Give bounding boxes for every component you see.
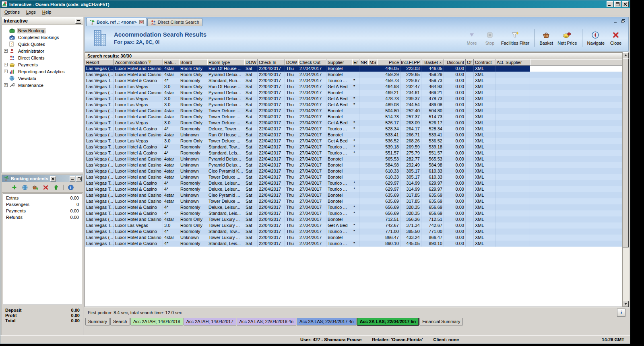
scroll-down-icon[interactable] [623,301,629,307]
booking-contents-row[interactable]: Passengers0 [3,201,82,208]
result-row[interactable]: Las Vegas T...Luxor Hotel & Casino4*Room… [85,241,628,247]
title-bar[interactable]: Interactive - Ocean-Florida (code: x5gCH… [0,0,630,8]
more-button[interactable]: More [463,30,480,46]
scroll-up-icon[interactable] [623,52,629,58]
expand-icon[interactable]: + [4,63,8,66]
tabgroup-restore-button[interactable] [620,19,626,24]
column-header-dow[interactable]: DOW [244,59,258,66]
result-row[interactable]: Las Vegas T...Luxor Hotel & Casino4*Room… [85,180,628,186]
result-row[interactable]: Las Vegas T...Luxor Las Vegas3.0Room Onl… [85,120,628,126]
column-header-incl-fl-pp[interactable]: Incl.Fl.PP [400,59,421,66]
result-row[interactable]: Las Vegas (...Luxor Hotel and Casino4sta… [85,192,628,198]
column-header-check-out[interactable]: Check Out [298,59,326,66]
close-button[interactable] [622,1,629,7]
maximize-button[interactable] [614,1,621,7]
column-header-price[interactable]: Price [377,59,400,66]
column-header-of[interactable]: Of [466,59,474,66]
column-header-room-type[interactable]: Room type [207,59,244,66]
column-header-supplier[interactable]: Supplier [326,59,352,66]
tabgroup-minimize-button[interactable] [613,19,619,24]
result-row[interactable]: Las Vegas (...Luxor Hotel and Casino4sta… [85,90,628,96]
tab-close-icon[interactable] [139,20,144,24]
result-row[interactable]: Las Vegas T...Luxor Las Vegas3.0Room Onl… [85,222,628,229]
result-row[interactable]: Las Vegas T...Luxor Las Vegas3.0Room Onl… [85,84,628,90]
column-header-ms[interactable]: MS [368,59,377,66]
column-header-basket[interactable]: Basket [421,59,444,66]
result-row[interactable]: Las Vegas T...Luxor Hotel & Casino4*Room… [85,210,628,216]
menu-help[interactable]: Help [39,8,55,16]
add-button[interactable] [11,184,18,191]
expand-icon[interactable]: + [4,70,8,73]
panel-close-button[interactable] [50,176,56,181]
sidebar-item-completed-bookings[interactable]: Completed Bookings [2,34,83,41]
result-row[interactable]: Las Vegas (...Luxor Hotel and Casino4sta… [85,174,628,180]
result-row[interactable]: Las Vegas T...Luxor Las Vegas3.0Room Onl… [85,96,628,102]
result-row[interactable]: Las Vegas T...Luxor Las Vegas3.0Room Onl… [85,102,628,108]
result-row[interactable]: Las Vegas T...Luxor Hotel & Casino4*Room… [85,229,628,235]
basket-remove-button[interactable] [32,184,39,191]
result-row[interactable]: Las Vegas (...Luxor Hotel and Casino4sta… [85,132,628,138]
bottom-tab-summary[interactable]: Summary [85,318,110,325]
panel-minimize-button[interactable] [70,176,75,181]
column-header-board[interactable]: Board [179,59,207,66]
column-header-dow[interactable]: DOW [285,59,298,66]
info-button[interactable]: i [617,309,625,317]
delete-button[interactable] [42,184,49,191]
result-row[interactable]: Las Vegas T...Luxor Hotel & Casino4*Room… [85,150,628,156]
basket-button[interactable]: Basket [538,30,555,46]
menu-options[interactable]: Options [1,8,23,16]
sidebar-item-payments[interactable]: +Payments [2,61,83,68]
info-button[interactable] [67,184,74,191]
bottom-tab-financial-summary[interactable]: Financial Summary [419,318,463,325]
result-row[interactable]: Las Vegas (...Luxor Hotel and Casino4sta… [85,108,628,114]
stop-button[interactable]: Stop [481,30,498,46]
bottom-tab-search[interactable]: Search [110,318,130,325]
minimize-button[interactable] [607,1,613,7]
sidebar-item-new-booking[interactable]: New Booking [2,27,83,34]
column-header-nr[interactable]: NR [359,59,368,66]
column-header-act-supplier[interactable]: Act. Supplier [495,59,530,66]
bottom-tab-acc-2a-las-22-04-2017-4n[interactable]: Acc 2A LAS; 22/04/2017 4n [297,318,357,325]
sidebar-item-viewdata[interactable]: Viewdata [2,75,83,82]
nett-price-button[interactable]: Nett Price [556,30,578,46]
result-row[interactable]: Las Vegas (...Luxor Hotel and Casino4sta… [85,156,628,162]
expand-icon[interactable]: + [4,83,8,87]
bottom-tab-acc-2a-las-22-04-2018-4n[interactable]: Acc 2A LAS; 22/04/2018 4n [237,318,297,325]
result-row[interactable]: Las Vegas (...Luxor Hotel and Casino4sta… [85,168,628,174]
sidebar-item-maintenance[interactable]: +Maintenance [2,82,83,89]
panel-collapse-button[interactable] [75,19,81,24]
expand-icon[interactable]: + [4,49,8,53]
sidebar-item-quick-quotes[interactable]: Quick Quotes [2,41,83,47]
vertical-scrollbar[interactable] [622,52,629,307]
result-row[interactable]: Las Vegas (...Luxor Hotel and Casino4sta… [85,114,628,120]
result-row[interactable]: Las Vegas (...Luxor Hotel and Casino4sta… [85,235,628,241]
result-row[interactable]: Las Vegas (...Luxor Hotel and Casino4sta… [85,162,628,168]
menu-logs[interactable]: Logs [23,8,39,16]
close-button[interactable]: Close [607,30,624,46]
globe-button[interactable] [21,184,28,191]
sidebar-item-administrator[interactable]: +Administrator [2,47,83,54]
tab-book-ref-none[interactable]: Book. ref .: <none> [86,18,147,26]
result-row[interactable]: Las Vegas (...Luxor Hotel and Casino4sta… [85,72,628,78]
result-row[interactable]: Las Vegas (...Luxor Hotel and Casino4sta… [85,198,628,204]
bottom-tab-acc-2a-las-22-04-2017-5n[interactable]: Acc 2A LAS; 22/04/2017 5n [357,318,419,326]
result-row[interactable]: Las Vegas (...Luxor Hotel and Casino4sta… [85,216,628,222]
column-header-resort[interactable]: Resort [85,59,114,66]
sidebar-item-direct-clients[interactable]: Direct Clients [2,54,83,61]
result-row[interactable]: Las Vegas T...Luxor Hotel & Casino4*Room… [85,144,628,150]
bottom-tab-acc-2a-iah-14-04-2018[interactable]: Acc 2A IAH; 14/04/2018 [130,318,183,325]
booking-contents-caption[interactable]: Booking contents [2,175,83,182]
navigate-button[interactable]: Navigate [586,30,606,46]
bottom-tab-acc-2a-iah-14-04-2017[interactable]: Acc 2A IAH; 14/04/2017 [184,318,236,325]
result-row[interactable]: Las Vegas T...Luxor Hotel & Casino4*Room… [85,126,628,132]
booking-contents-row[interactable]: Refunds0.00 [3,214,82,220]
column-header-er[interactable]: Er [352,59,359,66]
result-row[interactable]: Las Vegas (...Luxor Hotel and Casino4sta… [85,66,628,72]
column-header-discount[interactable]: Discount [444,59,466,66]
column-header-check-in[interactable]: Check In [258,59,285,66]
sidebar-item-reporting-and-analytics[interactable]: +Reporting and Analytics [2,68,83,75]
column-header-rati[interactable]: Rati... [163,59,179,66]
facilities-filter-button[interactable]: Facilities Filter [500,30,531,46]
scrollbar-track[interactable] [623,58,629,301]
result-row[interactable]: Las Vegas T...Luxor Hotel & Casino4*Room… [85,186,628,192]
